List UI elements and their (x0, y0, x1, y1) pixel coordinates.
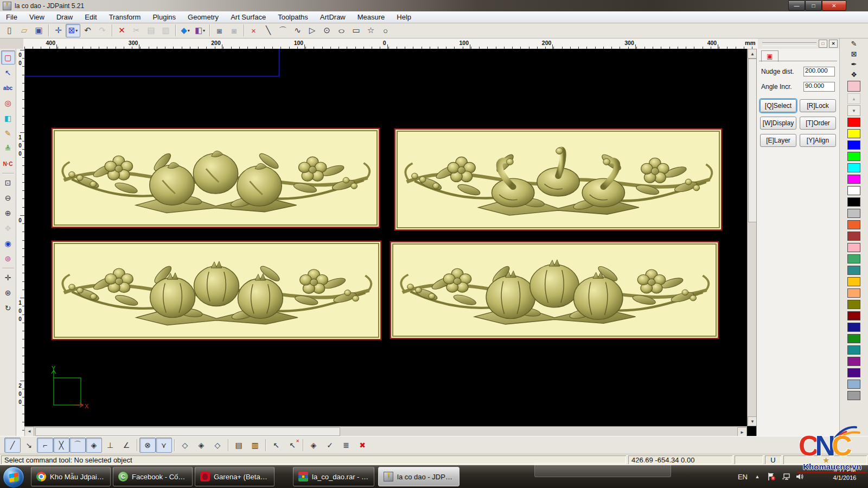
dock-close-button[interactable]: ✕ (829, 40, 838, 48)
color-swatch-5[interactable] (847, 163, 860, 172)
close-button[interactable]: ✕ (822, 1, 846, 11)
snap-move-button[interactable]: ✛ (51, 24, 66, 37)
tool-outline-offset[interactable]: ◎ (1, 96, 15, 110)
menu-edit[interactable]: Edit (79, 11, 103, 23)
color-swatch-6[interactable] (847, 175, 860, 184)
color-swatch-19[interactable] (847, 323, 860, 332)
pomegranate-large-relief-panel[interactable] (390, 241, 719, 339)
color-swatch-3[interactable] (847, 140, 860, 150)
menu-draw[interactable]: Draw (50, 11, 79, 23)
cancel-command[interactable]: ✖ (354, 438, 371, 453)
lock-button[interactable]: [R]Lock (800, 99, 836, 112)
draw-rectangle-button[interactable]: ▭ (349, 24, 363, 37)
palette-scroll-up[interactable]: ▲ (847, 93, 860, 104)
language-indicator[interactable]: EN (738, 473, 748, 481)
color-swatch-17[interactable] (847, 300, 860, 309)
menu-artdraw[interactable]: ArtDraw (314, 11, 352, 23)
color-swatch-22[interactable] (847, 357, 860, 366)
surface-mode-button[interactable]: ◆▾ (178, 24, 193, 37)
color-swatch-21[interactable] (847, 345, 860, 355)
undo-button[interactable]: ↶ (80, 24, 95, 37)
view-iso-2[interactable]: ◈ (193, 438, 209, 453)
snap-arc-center[interactable]: ⌒ (69, 438, 86, 453)
color-swatch-9[interactable] (847, 209, 860, 218)
snap-nearest[interactable]: ↘ (21, 438, 37, 453)
horizontal-scroll-thumb[interactable] (35, 427, 340, 436)
zoom-scale-button[interactable]: ⊛ (1, 286, 15, 300)
color-swatch-10[interactable] (847, 220, 860, 229)
snap-tangent[interactable]: ∠ (118, 438, 135, 453)
verify-toolpath[interactable]: ✓ (322, 438, 338, 453)
menu-art-surface[interactable]: Art Surface (225, 11, 272, 23)
task-coccoc[interactable]: CFacebook - Cốc C... (113, 467, 193, 486)
draw-circle-center-button[interactable]: ⊙ (320, 24, 334, 37)
snap-endpoint[interactable]: ╱ (4, 438, 21, 453)
pick-remove[interactable]: ↖✕ (284, 438, 301, 453)
tool-text[interactable]: abc (1, 81, 15, 95)
display-button[interactable]: [W]Display (760, 117, 796, 130)
draw-oval-button[interactable]: ○ (378, 24, 393, 37)
color-swatch-8[interactable] (847, 197, 860, 207)
project-object[interactable]: ◈ (305, 438, 322, 453)
color-swatch-4[interactable] (847, 152, 860, 161)
color-swatch-2[interactable] (847, 129, 860, 138)
view-iso-3[interactable]: ◇ (209, 438, 226, 453)
snap-grid[interactable]: ⊗ (139, 438, 156, 453)
snap-intersection[interactable]: ╳ (53, 438, 69, 453)
angle-increment-input[interactable]: 90.000 (803, 82, 835, 92)
view-iso-1[interactable]: ◇ (177, 438, 193, 453)
eyedropper-icon[interactable]: ✒ (847, 59, 861, 69)
shield-light-button[interactable]: ◙ (227, 24, 241, 37)
menu-transform[interactable]: Transform (103, 11, 147, 23)
color-preview-swatch[interactable] (847, 81, 860, 92)
paste-button[interactable]: ▥ (158, 24, 173, 37)
draw-point-button[interactable]: × (246, 24, 261, 37)
pan-view-button[interactable]: ✥ (1, 221, 15, 235)
dropdown-arrow-icon[interactable]: ▾ (203, 28, 205, 33)
network-icon[interactable] (781, 472, 790, 481)
snap-axis[interactable]: ⋎ (156, 438, 172, 453)
task-garena[interactable]: Garena+ (Beta) - t... (195, 467, 275, 486)
layer-flatten[interactable]: ▤ (231, 438, 247, 453)
draw-line-button[interactable]: ╲ (261, 24, 276, 37)
vertical-scroll-thumb[interactable] (748, 59, 757, 222)
snap-quadrant[interactable]: ◈ (86, 438, 102, 453)
zoom-out-button[interactable]: ⊖ (1, 191, 15, 205)
color-swatch-1[interactable] (847, 118, 860, 127)
zoom-in-button[interactable]: ⊕ (1, 206, 15, 220)
draw-star-button[interactable]: ☆ (363, 24, 378, 37)
snap-corner[interactable]: ⌐ (37, 438, 53, 453)
restore-button[interactable]: □ (805, 1, 822, 11)
color-swatch-13[interactable] (847, 254, 860, 264)
tool-nc-cutter[interactable]: N·C (1, 157, 15, 171)
select-frame-button[interactable]: ⊠▾ (66, 24, 80, 37)
dock-grip[interactable] (762, 42, 816, 46)
tab-select-tool[interactable]: ▣ (761, 50, 778, 62)
start-button[interactable] (3, 466, 24, 488)
color-swatch-16[interactable] (847, 288, 860, 298)
horizontal-scrollbar[interactable]: ◄ ► (24, 426, 747, 436)
tool-art-pen[interactable]: ✎ (1, 126, 15, 140)
task-winrar[interactable]: la_co_dao.rar - Wi... (293, 467, 374, 486)
color-swatch-7[interactable] (847, 186, 860, 195)
redo-button[interactable]: ↷ (95, 24, 110, 37)
refresh-view-button[interactable]: ↻ (1, 301, 15, 315)
shield-dark-button[interactable]: ◙ (212, 24, 227, 37)
palette-scroll-down[interactable]: ▼ (847, 105, 860, 116)
object-list[interactable]: ≣ (338, 438, 354, 453)
tool-node-edit[interactable]: ↖ (1, 66, 15, 80)
tool-fill[interactable]: ◧ (1, 111, 15, 125)
zoom-object-button[interactable]: ⊚ (1, 252, 15, 266)
vertical-scrollbar[interactable]: ▲ ▼ (747, 49, 756, 426)
menu-help[interactable]: Help (391, 11, 417, 23)
color-swatch-12[interactable] (847, 243, 860, 252)
task-chrome[interactable]: Kho Mẫu Jdpaint ... (31, 467, 111, 486)
order-button[interactable]: [T]Order (800, 117, 836, 130)
drawing-canvas[interactable]: Y X (24, 49, 747, 426)
action-center-flag-icon[interactable] (767, 472, 776, 481)
tray-clock[interactable]: 9:17 PM 4/1/2016 (826, 466, 864, 481)
cut-button[interactable]: ✂ (129, 24, 144, 37)
save-button[interactable]: ▣ (31, 24, 46, 37)
draw-curve-button[interactable]: ∿ (290, 24, 305, 37)
pomegranate-relief-panel[interactable] (52, 241, 381, 340)
